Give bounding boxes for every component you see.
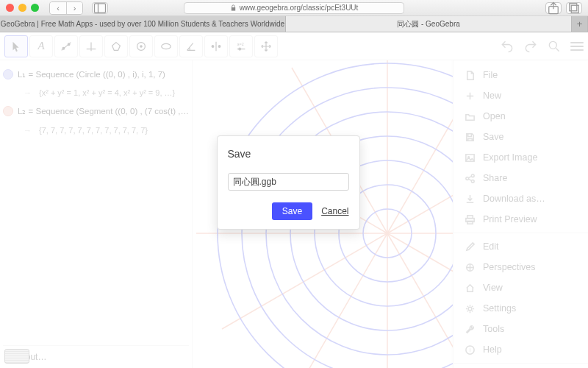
nav-back-forward: ‹ ›: [49, 1, 83, 15]
save-button[interactable]: Save: [272, 202, 312, 220]
save-dialog: Save Save Cancel: [217, 135, 360, 230]
svg-rect-5: [571, 5, 578, 13]
filename-input[interactable]: [228, 173, 349, 191]
browser-tabbar: GeoGebra | Free Math Apps - used by over…: [0, 16, 588, 32]
back-button[interactable]: ‹: [50, 2, 66, 14]
modal-overlay: Save Save Cancel: [0, 32, 588, 368]
tabs-button[interactable]: [566, 2, 582, 14]
minimize-window-button[interactable]: [18, 4, 26, 12]
dialog-title: Save: [228, 148, 349, 160]
browser-tab-1[interactable]: 同心圓 - GeoGebra: [286, 16, 572, 32]
forward-button[interactable]: ›: [66, 2, 82, 14]
maximize-window-button[interactable]: [31, 4, 39, 12]
address-bar[interactable]: www.geogebra.org/classic/pcEt3UUt: [184, 2, 404, 14]
svg-rect-4: [570, 3, 577, 10]
url-text: www.geogebra.org/classic/pcEt3UUt: [240, 4, 359, 12]
lock-icon: [230, 4, 237, 11]
browser-tab-0[interactable]: GeoGebra | Free Math Apps - used by over…: [0, 16, 286, 32]
svg-rect-2: [231, 7, 234, 11]
virtual-keyboard-button[interactable]: [4, 349, 29, 364]
geogebra-app: A a=2 L₁ = Sequence (Circle ((0, 0) , i)…: [0, 32, 588, 368]
sidebar-button[interactable]: [92, 2, 108, 14]
share-button[interactable]: [545, 2, 562, 14]
svg-rect-0: [95, 3, 106, 13]
window-titlebar: ‹ › www.geogebra.org/classic/pcEt3UUt: [0, 0, 588, 16]
cancel-button[interactable]: Cancel: [321, 206, 348, 216]
new-tab-button[interactable]: +: [572, 16, 588, 32]
close-window-button[interactable]: [6, 4, 14, 12]
